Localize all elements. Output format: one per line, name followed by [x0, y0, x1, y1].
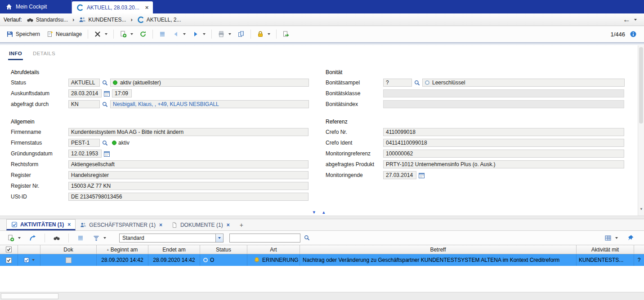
- chevron-down-icon[interactable]: [32, 259, 35, 261]
- close-tab-icon[interactable]: ×: [67, 221, 71, 228]
- previous-record-button[interactable]: [170, 29, 188, 40]
- column-header-endet-am[interactable]: Endet am: [148, 245, 200, 254]
- form-row-abgefragt-durch: abgefragt durch KN Nesbigall, Klaus, , +…: [11, 99, 309, 110]
- tab-mein-cockpit[interactable]: Mein Cockpit: [0, 0, 72, 13]
- magnifier-icon[interactable]: [102, 79, 108, 86]
- status-code-field[interactable]: AKTUELL: [68, 79, 100, 87]
- firmenstatus-code-field[interactable]: PEST-1: [68, 139, 100, 147]
- magnifier-icon[interactable]: [102, 101, 108, 108]
- form-row-firmenstatus: Firmenstatus PEST-1 aktiv: [11, 137, 309, 148]
- firmenname-field[interactable]: Kundentestsystem MoA AG - Bitte nicht än…: [68, 128, 309, 136]
- tab-info[interactable]: INFO: [8, 49, 23, 60]
- auskunftsdatum-field[interactable]: 28.03.2014: [68, 89, 102, 97]
- search-list-button[interactable]: [50, 233, 63, 243]
- table-view-button[interactable]: [602, 233, 621, 243]
- breadcrumb-item-aktuell[interactable]: AKTUELL, 2...: [136, 15, 183, 24]
- export-button[interactable]: [280, 29, 292, 40]
- column-header-beginnt-am[interactable]: ▴Beginnt am: [97, 245, 148, 254]
- tab-geschaeftspartner[interactable]: GESCHÄFTSPARTNER (1) ×: [76, 219, 167, 230]
- pin-icon[interactable]: [627, 234, 634, 242]
- column-header-art[interactable]: Art: [247, 245, 300, 254]
- permissions-button[interactable]: [254, 29, 273, 40]
- next-record-button[interactable]: [189, 29, 208, 40]
- list-view-button[interactable]: [156, 29, 169, 40]
- toolbar-separator: [68, 234, 69, 243]
- bonitaetsampel-text-field[interactable]: Leerschlüssel: [422, 79, 625, 87]
- list-search-input[interactable]: [229, 234, 300, 243]
- delete-button[interactable]: [91, 29, 110, 40]
- combo-dropdown-button[interactable]: [215, 234, 223, 242]
- view-select[interactable]: Standard: [119, 234, 224, 243]
- new-activity-button[interactable]: [4, 233, 23, 243]
- column-header-type[interactable]: [18, 245, 40, 254]
- ust-id-field[interactable]: DE 21345798013456: [68, 193, 309, 201]
- export-icon: [282, 31, 290, 38]
- history-back-icon[interactable]: ←: [623, 16, 631, 23]
- monitoringreferenz-field[interactable]: 100000062: [383, 150, 624, 158]
- calendar-icon[interactable]: [103, 150, 110, 157]
- form-vertical-scrollbar[interactable]: ▼: [638, 45, 644, 216]
- tab-details[interactable]: DETAILS: [32, 49, 56, 60]
- calendar-icon[interactable]: [103, 90, 110, 97]
- scroll-down-icon[interactable]: ▼: [638, 206, 644, 212]
- new-record-button[interactable]: Neuanlage: [44, 29, 85, 40]
- auskunftszeit-field[interactable]: 17:09: [112, 89, 132, 97]
- scrollbar-thumb[interactable]: [1, 293, 58, 299]
- bonitaetsampel-code-field[interactable]: ?: [383, 79, 412, 87]
- row-dok-cell: [40, 254, 97, 266]
- status-text-field[interactable]: aktiv (aktuellster): [110, 79, 309, 87]
- link-record-button[interactable]: [27, 233, 39, 243]
- rechtsform-field[interactable]: Aktiengesellschaft: [68, 160, 309, 168]
- tab-aktuell[interactable]: AKTUELL, 28.03.20... ×: [72, 1, 153, 13]
- abgefragtes-produkt-field[interactable]: PRTY-1012 Unternehmensinfo Plus (o. Ausk…: [383, 160, 624, 168]
- table-row[interactable]: 28.09.2020 14:42 28.09.2020 14:42 O ERIN…: [0, 254, 644, 266]
- list-settings-button[interactable]: [74, 233, 87, 243]
- activity-checkbox-icon[interactable]: [23, 257, 30, 263]
- abgefragt-durch-code-field[interactable]: KN: [68, 100, 100, 108]
- add-tab-button[interactable]: +: [234, 219, 249, 230]
- register-field[interactable]: Handelsregister: [68, 171, 309, 179]
- magnifier-icon[interactable]: [414, 79, 420, 86]
- breadcrumb-item-kundentest[interactable]: KUNDENTES...: [77, 15, 127, 24]
- scrollbar-thumb[interactable]: [639, 47, 643, 124]
- column-header-aktivitaet-mit[interactable]: Aktivität mit: [577, 245, 634, 254]
- close-tab-icon[interactable]: ×: [159, 222, 162, 228]
- copy-button[interactable]: [235, 29, 247, 40]
- crefo-nr-field[interactable]: 4110099018: [383, 128, 624, 136]
- new-document-button[interactable]: [117, 29, 136, 40]
- collapse-down-icon[interactable]: ▾: [313, 209, 315, 215]
- crefo-ident-field[interactable]: 04114110099018: [383, 139, 624, 147]
- gruendungsdatum-field[interactable]: 12.02.1953: [68, 150, 102, 158]
- column-header-extra[interactable]: [634, 245, 644, 254]
- filter-button[interactable]: [90, 233, 109, 243]
- register-nr-field[interactable]: 15003 AZ 77 KN: [68, 182, 309, 190]
- tab-dokumente[interactable]: DOKUMENTE (1) ×: [167, 219, 234, 230]
- select-all-checkbox[interactable]: [6, 247, 12, 252]
- contact-link[interactable]: Nesbigall, Klaus, , +49, KLAUS NESBIGALL: [113, 101, 219, 107]
- print-button[interactable]: [215, 29, 234, 40]
- refresh-button[interactable]: [137, 29, 149, 40]
- history-dropdown-icon[interactable]: [634, 19, 637, 21]
- magnifier-icon[interactable]: [102, 140, 108, 146]
- info-icon[interactable]: [630, 31, 637, 38]
- panel-splitter[interactable]: [0, 216, 644, 219]
- table-grid-icon: [604, 234, 612, 242]
- monitoringende-field[interactable]: 27.03.2014: [383, 171, 416, 179]
- close-tab-icon[interactable]: ×: [145, 4, 149, 11]
- column-header-betreff[interactable]: Betreff: [300, 245, 577, 254]
- row-checkbox[interactable]: [6, 257, 12, 263]
- column-header-status[interactable]: Status: [200, 245, 247, 254]
- collapse-up-icon[interactable]: ▴: [322, 209, 325, 215]
- breadcrumb-item-standardsuche[interactable]: Standardsu...: [25, 15, 69, 24]
- select-all-header[interactable]: [0, 245, 18, 254]
- save-button[interactable]: Speichern: [4, 29, 43, 40]
- toolbar-separator: [250, 30, 251, 39]
- lock-icon: [257, 31, 264, 38]
- column-header-dok[interactable]: Dok: [40, 245, 97, 254]
- close-tab-icon[interactable]: ×: [227, 222, 230, 228]
- tab-aktivitaeten[interactable]: AKTIVITÄTEN (1) ×: [6, 219, 76, 230]
- abgefragt-durch-field[interactable]: Nesbigall, Klaus, , +49, KLAUS NESBIGALL: [110, 100, 309, 108]
- calendar-icon[interactable]: [418, 172, 425, 179]
- horizontal-scrollbar[interactable]: [0, 292, 644, 300]
- magnifier-icon[interactable]: [304, 234, 310, 241]
